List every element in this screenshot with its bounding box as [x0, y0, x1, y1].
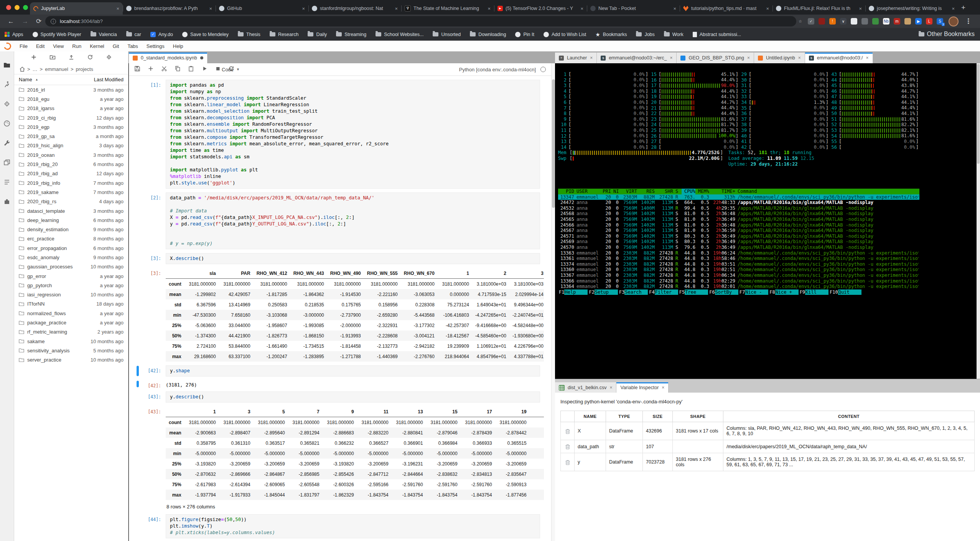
header-user[interactable]: USER [576, 189, 600, 194]
home-icon[interactable] [20, 67, 25, 72]
trash-icon[interactable] [564, 459, 571, 465]
git-icon[interactable] [0, 94, 14, 113]
file-row[interactable]: gp_pytorcha year ago [14, 281, 128, 290]
bookmark-item[interactable]: Work [664, 32, 684, 37]
bookmark-item[interactable]: Unsorted [433, 32, 461, 37]
browser-tab[interactable]: josephernest/writing: Writing is× [865, 2, 958, 15]
bookmark-item[interactable]: ★Bookmarks [595, 31, 627, 38]
tab-close-icon[interactable]: × [673, 6, 676, 12]
file-row[interactable]: 2019_ci_rbig12 days ago [14, 113, 128, 122]
tab-close-icon[interactable]: × [116, 6, 119, 12]
fkey[interactable]: F1 [559, 289, 564, 295]
browser-tab[interactable]: stanfordmlgroup/ngboost: Nat× [308, 2, 401, 15]
code-editor[interactable]: plt.figure(figsize=(50,50))plt.imshow(y.… [166, 514, 540, 538]
lamp-icon[interactable] [861, 18, 868, 25]
delete-variable-button[interactable] [561, 453, 575, 471]
fkey[interactable]: F4 [649, 289, 654, 295]
browser-tab[interactable]: GitHub× [216, 2, 308, 15]
code-editor[interactable]: import pandas as pdimport numpy as npfro… [166, 80, 540, 189]
bookmark-item[interactable]: Downloading [470, 32, 506, 37]
bookmark-item[interactable]: Spotify Web Player [33, 32, 81, 37]
browser-menu-icon[interactable]: ••• [965, 18, 971, 25]
menu-help[interactable]: Help [169, 43, 188, 49]
menu-tabs[interactable]: Tabs [123, 43, 142, 49]
fkey-label[interactable]: Nice - [745, 289, 768, 295]
bookmark-item[interactable]: Research [270, 32, 299, 37]
header-pri[interactable]: PRI [603, 189, 611, 194]
fkey[interactable]: F8 [769, 289, 775, 295]
fkey[interactable]: F10 [830, 289, 838, 295]
menu-edit[interactable]: Edit [32, 43, 49, 49]
header-time[interactable]: TIME+ [712, 189, 735, 194]
bookmark-item[interactable]: Save to Mendeley [182, 32, 229, 37]
alert-icon[interactable]: ! [829, 18, 836, 25]
toc-icon[interactable] [0, 172, 14, 192]
maps-icon[interactable] [872, 18, 879, 25]
header-res[interactable]: RES [639, 189, 655, 194]
fkey[interactable]: F2 [589, 289, 594, 295]
trash-icon[interactable] [564, 428, 571, 434]
header-ni[interactable]: NI [613, 189, 619, 194]
cell-type-dropdown[interactable]: Code ▼ [222, 67, 240, 72]
file-row[interactable]: normalized_flowsa year ago [14, 309, 128, 318]
upload-icon[interactable] [68, 54, 74, 62]
file-row[interactable]: deep_learning6 months ago [14, 215, 128, 225]
bookmark-item[interactable]: car [126, 32, 141, 37]
tab-close-icon[interactable]: × [798, 55, 801, 61]
kernel-name[interactable]: Python [conda env:.conda-ml4ocn] [459, 67, 536, 72]
code-editor[interactable]: y.describe() [166, 391, 540, 403]
file-row[interactable]: iasi_regression10 months ago [14, 290, 128, 299]
stop-kernel-button[interactable] [215, 66, 221, 73]
dock-tab[interactable]: Variable Inspector× [616, 382, 669, 393]
dock-tab[interactable]: Untitled.ipynb× [754, 53, 805, 63]
add-cell-button[interactable] [148, 66, 154, 73]
site-info-icon[interactable]: i [51, 19, 56, 24]
file-browser-icon[interactable] [0, 55, 14, 74]
file-row[interactable]: 2019_sakame7 months ago [14, 187, 128, 197]
fkey-label[interactable]: Kill [805, 289, 828, 295]
dock-tab[interactable]: $emmanuel@nodo03:~/erc_× [597, 53, 677, 63]
dock-tab[interactable]: GEO_DIS_BBP_STG.png× [677, 53, 754, 63]
profile-avatar[interactable] [949, 16, 959, 26]
tab-close-icon[interactable]: × [662, 385, 664, 390]
copy-cells-button[interactable] [175, 66, 181, 73]
kernel-status-icon[interactable] [540, 67, 546, 72]
file-row[interactable]: package_practicea year ago [14, 318, 128, 327]
open-tabs-icon[interactable] [0, 153, 14, 172]
new-folder-icon[interactable] [49, 54, 56, 62]
play-icon[interactable]: ▶ [915, 18, 922, 25]
browser-tab[interactable]: FluxML/Flux.jl: Relax! Flux is th× [772, 2, 865, 15]
tab-close-icon[interactable]: × [747, 55, 750, 61]
shield-icon[interactable]: ✓ [808, 18, 814, 25]
menu-file[interactable]: File [15, 43, 32, 49]
cut-cells-button[interactable] [161, 66, 167, 73]
running-kernels-icon[interactable] [0, 74, 14, 94]
dock-tab[interactable]: dist_v1_belkin.csv× [555, 382, 616, 393]
command-palette-icon[interactable] [0, 113, 14, 133]
other-bookmarks[interactable]: Other Bookmarks [919, 31, 975, 38]
header-virt[interactable]: VIRT [621, 189, 637, 194]
fkey[interactable]: F3 [619, 289, 624, 295]
header-cpu[interactable]: CPU% [682, 189, 695, 194]
code-editor[interactable]: y.shape [166, 365, 540, 377]
tab-close-icon[interactable]: × [302, 6, 305, 12]
fkey[interactable]: F5 [679, 289, 685, 295]
header-cmd[interactable]: Command [738, 189, 919, 194]
file-row[interactable]: sensitivity_analysis5 months ago [14, 346, 128, 355]
tab-close-icon[interactable]: × [609, 385, 612, 390]
file-row[interactable]: 2019_hsic_align3 days ago [14, 141, 128, 150]
fkey[interactable]: F7 [740, 289, 745, 295]
file-row[interactable]: gp_errora year ago [14, 271, 128, 281]
new-launcher-icon[interactable] [31, 54, 37, 62]
code-editor[interactable]: data_path = '/media/disk/erc/papers/2019… [166, 192, 540, 249]
close-window-button[interactable] [6, 5, 11, 10]
delete-variable-button[interactable] [561, 422, 575, 440]
file-row[interactable]: 2016_irl3 months ago [14, 85, 128, 94]
tab-close-icon[interactable]: × [670, 55, 672, 61]
file-row[interactable]: datasci_template3 months ago [14, 206, 128, 215]
file-row[interactable]: esdc_anomaly9 months ago [14, 253, 128, 262]
column-name[interactable]: Name [19, 77, 32, 82]
trash-icon[interactable] [564, 444, 571, 449]
s-ext-icon[interactable]: S3 [937, 18, 943, 25]
owl-icon[interactable] [904, 18, 911, 25]
